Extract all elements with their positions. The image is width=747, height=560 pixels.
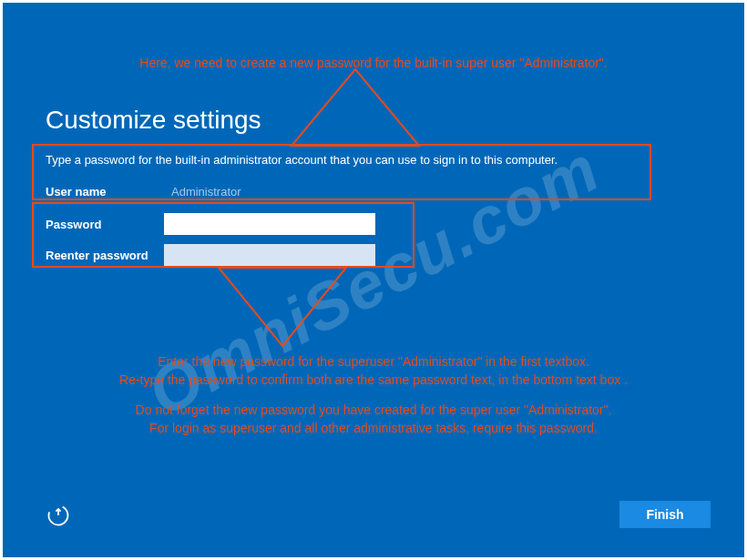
callout-arrow-bottom (210, 266, 355, 350)
reenter-row: Reenter password (46, 244, 375, 266)
username-input[interactable] (164, 180, 375, 202)
finish-button[interactable]: Finish (619, 501, 711, 528)
ease-of-access-icon[interactable] (46, 503, 71, 528)
white-frame (0, 0, 747, 560)
page-title: Customize settings (46, 106, 261, 135)
instruction-text: Type a password for the built-in adminis… (46, 153, 558, 167)
callout-arrow-top (273, 67, 437, 149)
reenter-label: Reenter password (46, 249, 164, 262)
svg-marker-0 (292, 69, 419, 146)
password-row: Password (46, 213, 375, 235)
username-label: User name (46, 185, 164, 199)
reenter-password-input[interactable] (164, 244, 375, 266)
password-input[interactable] (164, 213, 375, 235)
annotation-mid-line3: Do not forget the new password you have … (0, 402, 747, 420)
svg-marker-1 (219, 268, 346, 346)
annotation-mid-line4: For login as superuser and all other adm… (0, 420, 747, 438)
annotation-middle: Enter the new password for the superuser… (0, 353, 747, 437)
password-label: Password (46, 218, 164, 231)
username-row: User name (46, 180, 375, 202)
annotation-mid-line1: Enter the new password for the superuser… (0, 353, 747, 372)
annotation-top: Here, we need to create a new password f… (0, 55, 747, 73)
annotation-mid-line2: Re-type the password to confirm both are… (0, 372, 747, 390)
